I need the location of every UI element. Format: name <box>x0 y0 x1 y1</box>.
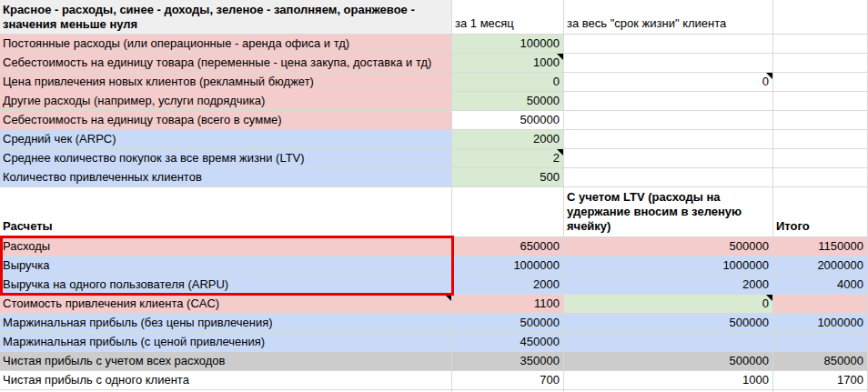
value-cell[interactable]: 4000 <box>773 276 868 295</box>
value-cell[interactable]: 850000 <box>773 352 868 371</box>
value-cell[interactable] <box>773 295 868 314</box>
value-cell[interactable] <box>773 54 868 73</box>
cell-text: 2000000 <box>817 258 863 273</box>
row-label-cell[interactable]: Выручка на одного пользователя (ARPU) <box>0 276 452 295</box>
note-marker-icon <box>766 295 772 301</box>
value-cell[interactable] <box>452 187 564 237</box>
spreadsheet: Красное - расходы, синее - доходы, зелен… <box>0 0 868 392</box>
note-marker-icon <box>445 295 451 301</box>
cell-text: Итого <box>776 219 810 234</box>
value-cell[interactable]: Итого <box>773 187 868 237</box>
row-label-cell[interactable]: Себестоимость на единицу товара (перемен… <box>0 54 452 73</box>
value-cell[interactable]: 500 <box>452 168 564 187</box>
value-cell[interactable] <box>773 73 868 92</box>
cell-text: Другие расходы (например, услуги подрядч… <box>3 94 265 108</box>
note-marker-icon <box>557 149 563 156</box>
value-cell[interactable] <box>564 92 773 111</box>
value-cell[interactable] <box>564 54 773 73</box>
cell-text: Среднее количество покупок за все время … <box>3 151 305 166</box>
cell-text: 4000 <box>837 277 863 292</box>
value-cell[interactable] <box>773 111 868 130</box>
row-label-cell[interactable]: Выручка <box>0 256 452 276</box>
value-cell[interactable]: 1700 <box>773 371 868 390</box>
row-label-cell[interactable]: Маржинальная прибыль (без цены привлечен… <box>0 314 452 333</box>
note-marker-icon <box>766 73 772 79</box>
cell-text: 700 <box>540 373 560 387</box>
value-cell[interactable]: 1000000 <box>773 314 868 333</box>
cell-text: 500000 <box>520 316 560 330</box>
row-label-cell[interactable]: Себестоимость на единицу товара (всего в… <box>0 111 452 130</box>
cell-text: 1150000 <box>818 239 863 254</box>
value-cell[interactable] <box>564 35 773 54</box>
value-cell[interactable]: 2000000 <box>773 256 868 276</box>
value-cell[interactable] <box>773 130 868 149</box>
cell-text: 500 <box>540 170 560 185</box>
value-cell[interactable]: 650000 <box>452 237 564 256</box>
value-cell[interactable]: 500000 <box>564 314 773 333</box>
cell-text: Маржинальная прибыль (без цены привлечен… <box>3 316 273 330</box>
value-cell[interactable]: 2000 <box>452 130 564 149</box>
cell-text: 500000 <box>730 354 769 368</box>
cell-text: 0 <box>553 75 560 89</box>
value-cell[interactable]: 500000 <box>564 237 773 256</box>
cell-text: Себестоимость на единицу товара (перемен… <box>3 55 431 70</box>
cell-text: 1000000 <box>722 258 769 273</box>
row-label-cell[interactable]: Средний чек (ARPC) <box>0 130 452 149</box>
cell-text: 1700 <box>837 373 863 387</box>
cell-text: Количество привлеченных клиентов <box>3 170 202 185</box>
value-cell[interactable]: 0 <box>564 73 773 92</box>
value-cell[interactable] <box>773 0 868 35</box>
value-cell[interactable]: 450000 <box>452 333 564 352</box>
row-label-cell[interactable]: Стоимость привлечения клиента (CAC) <box>0 295 452 314</box>
row-label-cell[interactable]: Чистая прибыль с одного клиента <box>0 371 452 390</box>
value-cell[interactable]: 0 <box>452 73 564 92</box>
row-label-cell[interactable]: Красное - расходы, синее - доходы, зелен… <box>0 0 452 35</box>
value-cell[interactable]: 100000 <box>452 35 564 54</box>
cell-text: 350000 <box>520 354 560 368</box>
value-cell[interactable]: 1000000 <box>564 256 773 276</box>
value-cell[interactable]: 500000 <box>452 111 564 130</box>
value-cell[interactable] <box>773 333 868 352</box>
value-cell[interactable] <box>773 92 868 111</box>
value-cell[interactable] <box>773 35 868 54</box>
value-cell[interactable] <box>773 168 868 187</box>
value-cell[interactable] <box>564 130 773 149</box>
value-cell[interactable]: за 1 месяц <box>452 0 564 35</box>
row-label-cell[interactable]: Постоянные расходы (или операционные - а… <box>0 35 452 54</box>
value-cell[interactable]: 2 <box>452 149 564 168</box>
value-cell[interactable] <box>773 149 868 168</box>
value-cell[interactable] <box>564 111 773 130</box>
value-cell[interactable]: 1150000 <box>773 237 868 256</box>
value-cell[interactable] <box>564 149 773 168</box>
value-cell[interactable] <box>564 168 773 187</box>
cell-text: 1000 <box>533 55 560 70</box>
value-cell[interactable]: 700 <box>452 371 564 390</box>
value-cell[interactable]: за весь "срок жизни" клиента <box>564 0 773 35</box>
row-label-cell[interactable]: Среднее количество покупок за все время … <box>0 149 452 168</box>
value-cell[interactable]: 350000 <box>452 352 564 371</box>
value-cell[interactable]: 500000 <box>452 314 564 333</box>
row-label-cell[interactable]: Маржинальная прибыль (с ценой привлечени… <box>0 333 452 352</box>
row-label-cell[interactable]: Другие расходы (например, услуги подрядч… <box>0 92 452 111</box>
value-cell[interactable]: С учетом LTV (расходы на удержание вноси… <box>564 187 773 237</box>
row-label-cell[interactable]: Расходы <box>0 237 452 256</box>
value-cell[interactable]: 2000 <box>564 276 773 295</box>
cell-text: Маржинальная прибыль (с ценой привлечени… <box>3 335 265 349</box>
cell-text: за 1 месяц <box>455 16 514 31</box>
value-cell[interactable]: 1000 <box>452 54 564 73</box>
row-label-cell[interactable]: Количество привлеченных клиентов <box>0 168 452 187</box>
value-cell[interactable]: 500000 <box>564 352 773 371</box>
cell-text: 100000 <box>520 36 560 51</box>
cell-text: Чистая прибыль с учетом всех расходов <box>3 354 225 368</box>
value-cell[interactable]: 50000 <box>452 92 564 111</box>
value-cell[interactable]: 1000 <box>564 371 773 390</box>
value-cell[interactable]: 1000000 <box>452 256 564 276</box>
value-cell[interactable]: 2000 <box>452 276 564 295</box>
value-cell[interactable]: 0 <box>564 295 773 314</box>
value-cell[interactable] <box>564 333 773 352</box>
row-label-cell[interactable]: Чистая прибыль с учетом всех расходов <box>0 352 452 371</box>
row-label-cell[interactable]: Цена привлечения новых клиентов (рекламн… <box>0 73 452 92</box>
row-label-cell[interactable]: Расчеты <box>0 187 452 237</box>
value-cell[interactable]: 1100 <box>452 295 564 314</box>
cell-text: 2000 <box>533 132 560 146</box>
